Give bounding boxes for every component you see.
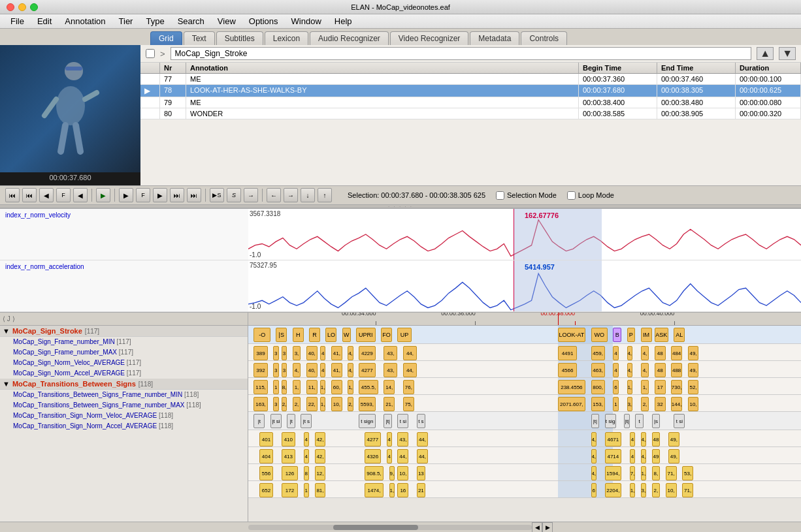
ann-num[interactable]: 10,	[397, 466, 408, 480]
tier-subitem-accel-avg[interactable]: MoCap_Sign_Norm_Accel_AVERAGE [117]	[0, 368, 248, 379]
ann-num[interactable]: 556	[259, 466, 273, 480]
ann-num[interactable]: 40,	[306, 346, 318, 360]
ann-num[interactable]: 4	[304, 449, 309, 463]
ann-num[interactable]: 4	[630, 432, 635, 446]
trans-ann[interactable]: |t	[287, 414, 295, 428]
ann-num[interactable]: 1	[304, 483, 309, 497]
ann-num[interactable]: 43,	[384, 363, 397, 377]
ann-num[interactable]: 10,	[688, 397, 699, 411]
menu-view[interactable]: View	[212, 15, 241, 27]
ann-block[interactable]: |S	[276, 328, 287, 342]
ann-num[interactable]: 484	[671, 346, 682, 360]
ann-num[interactable]: 21,	[384, 397, 395, 411]
ann-num[interactable]: 12,	[315, 466, 326, 480]
ann-num[interactable]: 48	[655, 363, 666, 377]
tier-group-header-sign-stroke[interactable]: ▼ MoCap_Sign_Stroke [117]	[0, 326, 248, 336]
tier-subitem-trans-veloc-avg[interactable]: MoCap_Transition_Sign_Norm_Veloc_AVERAGE…	[0, 411, 248, 421]
menu-annotation[interactable]: Annotation	[59, 15, 110, 27]
tier-subitem-veloc-avg[interactable]: MoCap_Sign_Norm_Veloc_AVERAGE [117]	[0, 358, 248, 368]
tier-name-input[interactable]	[171, 47, 752, 60]
ann-num[interactable]: 2204,	[605, 483, 621, 497]
ann-num[interactable]: 71,	[666, 466, 677, 480]
ann-num[interactable]: 238.4556	[558, 380, 585, 394]
ann-num[interactable]: 17	[655, 380, 666, 394]
loop-mode-checkbox[interactable]	[567, 191, 576, 200]
ann-block[interactable]: R	[309, 328, 320, 342]
ann-block[interactable]: UPRI	[356, 328, 376, 342]
selection-mode-checkbox[interactable]	[496, 191, 504, 200]
ann-num[interactable]: 4,	[591, 449, 597, 463]
ann-num[interactable]: 4,	[293, 363, 301, 377]
ann-num[interactable]: 9,	[389, 466, 395, 480]
ann-num[interactable]: 8,	[282, 380, 287, 394]
trans-ann[interactable]: |t|	[591, 414, 600, 428]
ann-num[interactable]: 60,	[331, 380, 342, 394]
minimize-button[interactable]	[18, 3, 26, 11]
ann-block-selected[interactable]: LOOK-AT	[558, 328, 585, 342]
ann-num[interactable]: 16	[397, 483, 408, 497]
scroll-left-button[interactable]: ◀	[532, 522, 542, 533]
trans-ann[interactable]: |t|	[624, 414, 629, 428]
ann-num[interactable]: 4491	[558, 346, 578, 360]
transport-step-forward[interactable]: ▶	[119, 188, 133, 202]
tab-controls[interactable]: Controls	[521, 31, 567, 45]
tier-subitem-frame-max[interactable]: MoCap_Sign_Frame_number_MAX [117]	[0, 347, 248, 358]
trans-ann[interactable]: t sign	[359, 414, 375, 428]
ann-num[interactable]: 172	[282, 483, 298, 497]
ann-num[interactable]: 4,	[641, 346, 649, 360]
ann-num[interactable]: 3	[273, 397, 278, 411]
transport-f-forward[interactable]: F	[136, 188, 150, 202]
loop-mode-check[interactable]: Loop Mode	[567, 191, 614, 200]
tab-metadata[interactable]: Metadata	[470, 31, 519, 45]
ann-num[interactable]: 4	[387, 432, 392, 446]
ann-num[interactable]: 115,	[253, 380, 267, 394]
ann-num[interactable]: 2,	[641, 397, 649, 411]
ann-num[interactable]: 10,	[331, 397, 342, 411]
ann-num[interactable]: 4,	[641, 432, 646, 446]
trans-ann[interactable]: t si	[397, 414, 408, 428]
ann-num[interactable]: 3	[273, 346, 278, 360]
ann-num[interactable]: 1,	[320, 397, 325, 411]
transport-prev-ann[interactable]: ⏮	[22, 188, 37, 202]
ann-num[interactable]: 42,	[315, 449, 326, 463]
ann-num[interactable]: 4	[630, 449, 635, 463]
transport-up[interactable]: ↑	[318, 188, 332, 202]
ann-num[interactable]: 3	[282, 346, 287, 360]
ann-num[interactable]: 3	[273, 363, 278, 377]
ann-num[interactable]: 1,	[320, 380, 325, 394]
menu-window[interactable]: Window	[286, 15, 327, 27]
trans-ann[interactable]: |t s	[301, 414, 312, 428]
ann-num[interactable]: 4714	[605, 449, 621, 463]
ann-num[interactable]: 48	[655, 346, 666, 360]
ann-num[interactable]: 49,	[668, 449, 679, 463]
ann-num[interactable]: 4	[304, 432, 309, 446]
ann-block[interactable]: IM	[641, 328, 652, 342]
tier-group-header-transitions[interactable]: ▼ MoCap_Transitions_Between_Signs [118]	[0, 379, 248, 389]
ann-num[interactable]: 1,	[641, 466, 646, 480]
transport-next-frame[interactable]: ▶	[153, 188, 167, 202]
transport-left[interactable]: ←	[267, 188, 281, 202]
maximize-button[interactable]	[30, 3, 38, 11]
ann-num[interactable]: 4	[613, 363, 618, 377]
menu-search[interactable]: Search	[172, 15, 210, 27]
menu-options[interactable]: Options	[244, 15, 284, 27]
transport-f-back[interactable]: F	[56, 188, 71, 202]
ann-num[interactable]: 41,	[331, 346, 342, 360]
tier-prev-button[interactable]: ▲	[757, 47, 774, 60]
ann-num[interactable]: 44,	[397, 449, 408, 463]
ann-num[interactable]: 49,	[688, 346, 699, 360]
ann-num[interactable]: 1,	[641, 380, 649, 394]
transport-play[interactable]: ▶	[96, 188, 110, 202]
ann-num[interactable]: 43,	[384, 346, 397, 360]
ann-num[interactable]: 8	[304, 466, 309, 480]
ann-num[interactable]: 4,	[591, 432, 597, 446]
ann-num[interactable]: 5593,	[359, 397, 375, 411]
ann-num[interactable]: 4,	[627, 346, 632, 360]
ann-num[interactable]: 10,	[666, 483, 677, 497]
table-row[interactable]: 79 ME 00:00:38.400 00:00:38.480 00:00:00…	[140, 97, 801, 108]
tab-video-recognizer[interactable]: Video Recognizer	[390, 31, 469, 45]
ann-num[interactable]: 4566	[558, 363, 578, 377]
tier-next-button[interactable]: ▼	[779, 47, 796, 60]
menu-edit[interactable]: Edit	[32, 15, 57, 27]
table-row[interactable]: 80 WONDER 00:00:38.585 00:00:38.905 00:0…	[140, 108, 801, 119]
